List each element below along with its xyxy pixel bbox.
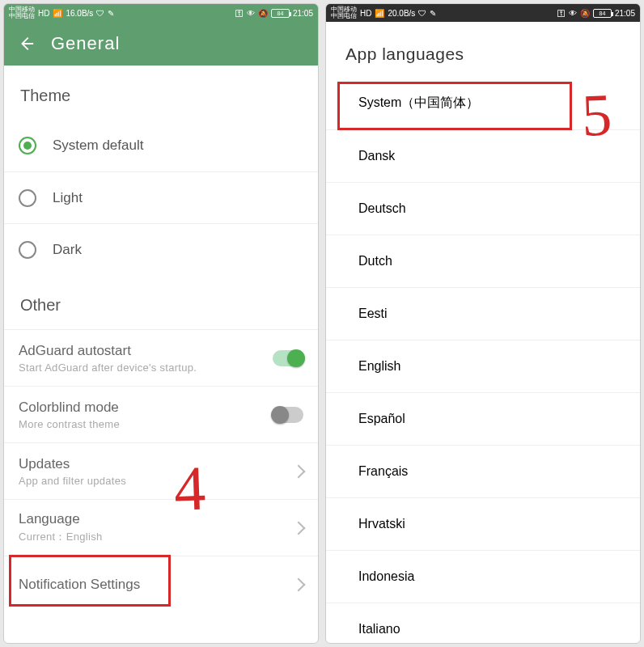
language-label: Dutch: [358, 254, 392, 269]
language-label: System（中国简体）: [358, 95, 479, 112]
back-arrow-icon[interactable]: [17, 35, 35, 53]
pencil-icon: ✎: [108, 9, 114, 18]
setting-updates[interactable]: Updates App and filter updates: [4, 442, 318, 499]
language-option-hrvatski[interactable]: Hrvatski: [326, 497, 640, 550]
toggle-off-icon[interactable]: [273, 407, 303, 423]
right-phone-app-languages: 中国移动 中国电信 HD 📶 20.0B/s 🛡 ✎ ⚿ 👁 🔕 84 21:0…: [325, 3, 641, 644]
net-speed: 16.0B/s: [66, 9, 93, 18]
theme-option-system-default[interactable]: System default: [4, 120, 318, 171]
setting-title: AdGuard autostart: [19, 343, 263, 359]
key-icon: ⚿: [235, 9, 244, 18]
dialog-title: App languages: [326, 22, 640, 77]
signal-icon: 📶: [53, 9, 62, 18]
language-option-system[interactable]: System（中国简体）: [326, 77, 640, 129]
page-title: General: [51, 33, 120, 54]
clock: 21:05: [293, 9, 313, 18]
language-label: Español: [358, 412, 405, 426]
setting-title: Language: [19, 511, 284, 527]
net-speed: 20.0B/s: [388, 9, 415, 18]
language-option-francais[interactable]: Français: [326, 445, 640, 497]
carrier-labels: 中国移动 中国电信: [331, 6, 357, 19]
setting-title: Notification Settings: [19, 577, 284, 593]
language-label: Dansk: [358, 149, 395, 163]
titlebar: General: [4, 22, 318, 66]
battery-icon: 84: [271, 9, 290, 18]
statusbar-right: 中国移动 中国电信 HD 📶 20.0B/s 🛡 ✎ ⚿ 👁 🔕 84 21:0…: [326, 4, 640, 22]
setting-language[interactable]: Language Current：English: [4, 499, 318, 556]
left-phone-general-settings: 中国移动 中国电信 HD 📶 16.0B/s 🛡 ✎ ⚿ 👁 🔕 84 21:0…: [3, 3, 319, 644]
shield-icon: 🛡: [418, 9, 426, 18]
setting-subtitle: Current：English: [19, 530, 284, 544]
other-section-header: Other: [4, 275, 318, 329]
theme-option-label: System default: [53, 137, 303, 154]
mute-icon: 🔕: [580, 9, 590, 18]
shield-icon: 🛡: [96, 9, 104, 18]
battery-icon: 84: [593, 9, 612, 18]
hd-icon: HD: [38, 9, 49, 18]
settings-content: Theme System default Light Dark Other Ad…: [4, 66, 318, 643]
mute-icon: 🔕: [258, 9, 268, 18]
setting-notification-settings[interactable]: Notification Settings: [4, 556, 318, 612]
language-label: Français: [358, 464, 408, 479]
radio-icon: [19, 241, 36, 259]
radio-selected-icon: [19, 137, 36, 154]
language-label: English: [358, 359, 400, 374]
carrier-labels: 中国移动 中国电信: [9, 6, 35, 19]
setting-title: Updates: [19, 456, 284, 472]
language-option-english[interactable]: English: [326, 340, 640, 392]
statusbar-left: 中国移动 中国电信 HD 📶 16.0B/s 🛡 ✎ ⚿ 👁 🔕 84 21:0…: [4, 4, 318, 22]
language-option-eesti[interactable]: Eesti: [326, 287, 640, 340]
language-option-italiano[interactable]: Italiano: [326, 603, 640, 643]
language-option-dutch[interactable]: Dutch: [326, 235, 640, 287]
language-option-indonesia[interactable]: Indonesia: [326, 550, 640, 603]
pencil-icon: ✎: [430, 9, 436, 18]
language-option-dansk[interactable]: Dansk: [326, 129, 640, 182]
clock: 21:05: [615, 9, 635, 18]
language-label: Deutsch: [358, 201, 406, 216]
language-option-espanol[interactable]: Español: [326, 392, 640, 445]
signal-icon: 📶: [375, 9, 384, 18]
setting-subtitle: Start AdGuard after device's startup.: [19, 362, 263, 374]
theme-option-label: Light: [53, 190, 303, 206]
language-label: Eesti: [358, 307, 388, 321]
setting-subtitle: App and filter updates: [19, 475, 284, 487]
hd-icon: HD: [360, 9, 371, 18]
setting-colorblind-mode[interactable]: Colorblind mode More contrast theme: [4, 386, 318, 442]
setting-title: Colorblind mode: [19, 400, 263, 416]
key-icon: ⚿: [557, 9, 566, 18]
theme-option-dark[interactable]: Dark: [4, 223, 318, 275]
eye-icon: 👁: [247, 9, 255, 18]
theme-section-header: Theme: [4, 66, 318, 120]
language-option-deutsch[interactable]: Deutsch: [326, 182, 640, 235]
chevron-right-icon: [292, 464, 306, 478]
theme-option-light[interactable]: Light: [4, 171, 318, 223]
language-label: Hrvatski: [358, 517, 405, 531]
language-label: Italiano: [358, 622, 400, 636]
setting-adguard-autostart[interactable]: AdGuard autostart Start AdGuard after de…: [4, 329, 318, 386]
chevron-right-icon: [292, 521, 306, 535]
setting-subtitle: More contrast theme: [19, 418, 263, 430]
chevron-right-icon: [292, 577, 306, 591]
language-list: System（中国简体） Dansk Deutsch Dutch Eesti E…: [326, 77, 640, 643]
theme-option-label: Dark: [53, 242, 303, 258]
language-label: Indonesia: [358, 569, 414, 584]
eye-icon: 👁: [569, 9, 577, 18]
radio-icon: [19, 189, 36, 207]
toggle-on-icon[interactable]: [273, 350, 303, 366]
